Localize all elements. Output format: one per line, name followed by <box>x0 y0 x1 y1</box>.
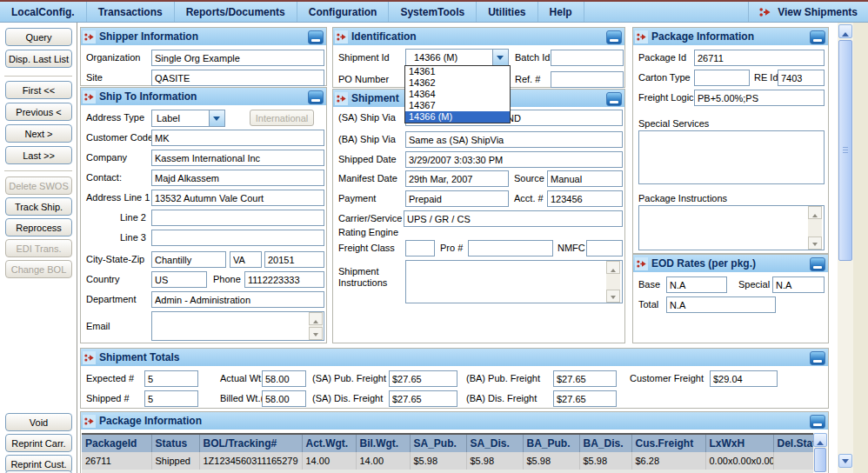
address-type-combo[interactable]: Label <box>151 110 225 127</box>
view-shipments-button[interactable]: View Shipments <box>748 2 868 22</box>
ref-input[interactable] <box>551 71 624 88</box>
column-header[interactable]: BA_Dis. <box>579 434 631 452</box>
table-scrollbar-thumb[interactable] <box>814 448 826 472</box>
column-header[interactable]: SA_Dis. <box>466 434 523 452</box>
main-scrollbar-thumb[interactable] <box>838 40 852 261</box>
instructions-scrollbar[interactable] <box>606 261 620 303</box>
menu-systemtools[interactable]: SystemTools <box>389 2 477 22</box>
query-button[interactable]: Query <box>5 28 72 46</box>
first-button[interactable]: First << <box>5 81 72 99</box>
minimize-button[interactable] <box>810 415 825 429</box>
shipment-id-combo[interactable]: 14366 (M) <box>405 49 509 66</box>
organization-input[interactable] <box>151 50 324 66</box>
last-button[interactable]: Last >> <box>5 146 72 164</box>
batch-id-input[interactable] <box>551 50 624 66</box>
dropdown-option[interactable]: 14362 <box>405 77 510 89</box>
actual-wt-input[interactable] <box>262 370 306 387</box>
next-button[interactable]: Next > <box>5 124 72 143</box>
menu-localconfig[interactable]: LocalConfig. <box>0 2 87 22</box>
company-input[interactable] <box>151 150 324 166</box>
carrier-service-input[interactable] <box>404 210 623 227</box>
column-header[interactable]: Act.Wgt. <box>302 434 356 452</box>
scroll-down-icon[interactable] <box>838 454 852 468</box>
column-header[interactable]: BOL/Tracking# <box>199 434 302 452</box>
column-header[interactable]: Status <box>151 434 199 452</box>
ba-ship-via-input[interactable] <box>405 131 623 148</box>
minimize-button[interactable] <box>606 30 622 44</box>
scroll-up-icon[interactable] <box>813 433 827 447</box>
scroll-up-icon[interactable] <box>309 312 323 325</box>
freight-class-input[interactable] <box>405 240 435 256</box>
package-instructions-scrollbar[interactable] <box>808 206 822 250</box>
disp-last-list-button[interactable]: Disp. Last List <box>5 50 72 68</box>
void-button[interactable]: Void <box>5 413 72 431</box>
billed-wt-input[interactable] <box>262 390 306 407</box>
base-input[interactable] <box>666 276 727 293</box>
minimize-button[interactable] <box>606 92 622 106</box>
column-header[interactable]: Cus.Freight <box>631 434 705 452</box>
expected-input[interactable] <box>144 370 198 387</box>
line3-input[interactable] <box>151 230 324 246</box>
ba-dis-freight-input[interactable] <box>553 390 617 407</box>
menu-help[interactable]: Help <box>538 2 584 22</box>
menu-transactions[interactable]: Transactions <box>87 2 175 22</box>
email-input[interactable] <box>151 311 324 341</box>
column-header[interactable]: PackageId <box>82 434 151 452</box>
address-line1-input[interactable] <box>151 190 324 206</box>
minimize-button[interactable] <box>810 351 825 365</box>
manifest-date-input[interactable] <box>405 170 509 187</box>
email-scrollbar[interactable] <box>309 312 323 340</box>
scroll-down-icon[interactable] <box>309 327 323 340</box>
special-services-input[interactable] <box>638 130 825 184</box>
column-header[interactable]: BA_Pub. <box>523 434 579 452</box>
minimize-button[interactable] <box>810 257 825 271</box>
department-input[interactable] <box>151 291 324 308</box>
reprint-carr-button[interactable]: Reprint Carr. <box>5 434 72 452</box>
sa-dis-freight-input[interactable] <box>389 390 457 407</box>
freight-logic-input[interactable] <box>694 90 825 106</box>
ba-pub-freight-input[interactable] <box>553 370 617 387</box>
carton-type-input[interactable] <box>694 70 750 86</box>
zip-input[interactable] <box>264 251 324 268</box>
scroll-down-icon[interactable] <box>606 290 620 303</box>
international-button[interactable]: International <box>250 110 314 126</box>
menu-reports-documents[interactable]: Reports/Documents <box>175 2 297 22</box>
pro-input[interactable] <box>468 240 553 256</box>
menu-configuration[interactable]: Configuration <box>297 2 390 22</box>
city-input[interactable] <box>151 251 226 268</box>
package-id-input[interactable] <box>694 50 825 66</box>
chevron-down-icon[interactable] <box>209 110 224 126</box>
scroll-up-icon[interactable] <box>606 261 620 274</box>
shipped-input[interactable] <box>144 390 198 407</box>
state-input[interactable] <box>230 251 262 268</box>
minimize-button[interactable] <box>308 30 324 44</box>
source-input[interactable] <box>547 170 623 187</box>
country-input[interactable] <box>151 271 207 288</box>
re-id-input[interactable] <box>778 70 825 86</box>
customer-freight-input[interactable] <box>710 370 778 387</box>
table-row[interactable]: 26711 Shipped 1Z1234560311165279 14.00 1… <box>82 452 815 470</box>
payment-input[interactable] <box>405 190 509 207</box>
track-ship-button[interactable]: Track Ship. <box>5 197 72 216</box>
phone-input[interactable] <box>244 271 324 288</box>
customer-code-input[interactable] <box>151 130 324 146</box>
column-header[interactable]: SA_Pub. <box>410 434 466 452</box>
shipped-date-input[interactable] <box>405 151 623 168</box>
scroll-up-icon[interactable] <box>838 24 852 38</box>
contact-input[interactable] <box>151 170 324 186</box>
column-header[interactable]: Bil.Wgt. <box>356 434 410 452</box>
edi-trans-button[interactable]: EDI Trans. <box>5 239 72 257</box>
dropdown-option[interactable]: 14367 <box>405 100 510 111</box>
previous-button[interactable]: Previous < <box>5 103 72 121</box>
chevron-down-icon[interactable] <box>492 50 508 65</box>
main-scrollbar[interactable] <box>838 23 853 473</box>
line2-input[interactable] <box>151 210 324 226</box>
dropdown-option-selected[interactable]: 14366 (M) <box>405 111 510 123</box>
minimize-button[interactable] <box>308 90 324 104</box>
dropdown-option[interactable]: 14361 <box>405 66 510 77</box>
sa-pub-freight-input[interactable] <box>389 370 457 387</box>
change-bol-button[interactable]: Change BOL <box>5 260 72 278</box>
package-instructions-input[interactable] <box>638 205 825 250</box>
menu-utilities[interactable]: Utilities <box>477 2 537 22</box>
acct-input[interactable] <box>547 190 623 207</box>
